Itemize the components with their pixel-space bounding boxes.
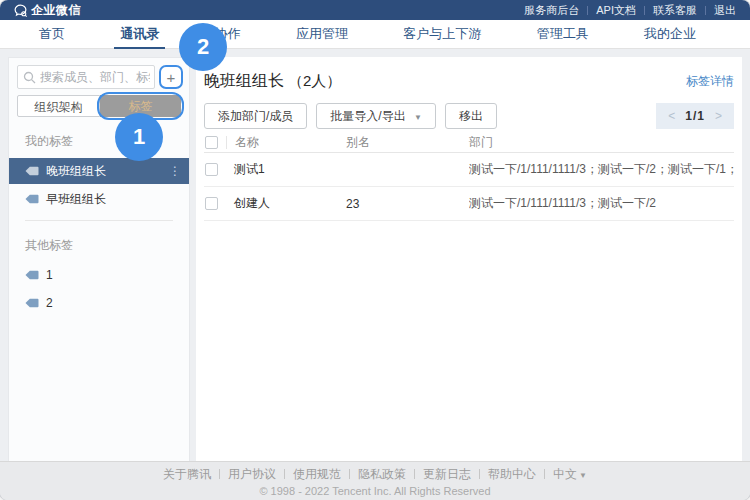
divider: [284, 469, 285, 479]
search-box: [17, 65, 155, 89]
divider: [705, 6, 706, 15]
add-tag-highlight: +: [159, 65, 183, 89]
footer-link-changelog[interactable]: 更新日志: [423, 466, 471, 483]
member-departments: 测试一下/1/111/1111/3；测试一下/2；测试一下/1；测...: [469, 161, 734, 178]
members-table: 名称 别名 部门 测试1 测试一下/1/111/1111/3；测试一下/2；测试…: [204, 133, 734, 221]
footer-link-help-center[interactable]: 帮助中心: [488, 466, 536, 483]
sidebar-item-tag-1[interactable]: 1: [9, 262, 189, 288]
app-window: 企业微信 服务商后台 API文档 联系客服 退出 首页 通讯录 协作 应用管理 …: [0, 0, 750, 500]
footer-link-privacy[interactable]: 隐私政策: [358, 466, 406, 483]
sidebar-item-morning-shift-leader[interactable]: 早班组组长: [9, 186, 189, 212]
tag-label: 晚班组组长: [46, 163, 106, 180]
tag-icon: [25, 194, 39, 204]
footer-link-usage-rules[interactable]: 使用规范: [293, 466, 341, 483]
link-service-provider[interactable]: 服务商后台: [524, 3, 579, 18]
footer-links: 关于腾讯 用户协议 使用规范 隐私政策 更新日志 帮助中心 中文▼: [163, 466, 587, 483]
add-dept-member-button[interactable]: 添加部门/成员: [204, 103, 307, 129]
row-checkbox[interactable]: [205, 197, 218, 210]
page-indicator: 1/1: [685, 109, 705, 123]
link-logout[interactable]: 退出: [714, 3, 736, 18]
tutorial-step-2-badge: 2: [179, 23, 227, 71]
member-alias: 23: [346, 197, 469, 211]
pagination: < 1/1 >: [656, 103, 734, 129]
column-header-name: 名称: [226, 136, 346, 149]
copyright-text: © 1998 - 2022 Tencent Inc. All Rights Re…: [259, 485, 490, 497]
prev-page-icon[interactable]: <: [668, 109, 675, 123]
tag-icon: [25, 298, 39, 308]
tag-label: 1: [46, 268, 53, 282]
member-count: （2人）: [288, 72, 341, 91]
divider: [479, 469, 480, 479]
page-title: 晚班组组长: [204, 71, 284, 92]
toggle-org-structure[interactable]: 组织架构: [17, 95, 100, 117]
toggle-tags-label: 标签: [129, 99, 153, 113]
chevron-down-icon: ▼: [414, 113, 422, 122]
more-options-icon[interactable]: ⋮: [169, 164, 181, 178]
page-footer: 关于腾讯 用户协议 使用规范 隐私政策 更新日志 帮助中心 中文▼ © 1998…: [0, 461, 750, 500]
tab-home[interactable]: 首页: [33, 20, 71, 49]
next-page-icon[interactable]: >: [715, 109, 722, 123]
divider: [219, 469, 220, 479]
batch-import-export-label: 批量导入/导出: [330, 109, 405, 123]
chevron-down-icon: ▼: [579, 471, 587, 480]
logo-text: 企业微信: [31, 2, 81, 19]
tag-detail-link[interactable]: 标签详情: [686, 73, 734, 90]
topbar-links: 服务商后台 API文档 联系客服 退出: [524, 3, 736, 18]
member-name: 创建人: [226, 195, 346, 212]
tag-detail-panel: 晚班组组长 （2人） 标签详情 添加部门/成员 批量导入/导出 ▼ 移出 < 1…: [196, 57, 742, 461]
divider: [544, 469, 545, 479]
divider: [414, 469, 415, 479]
page-body: + 组织架构 标签 我的标签 晚班组组长 ⋮: [0, 49, 750, 461]
divider: [587, 6, 588, 15]
search-input[interactable]: [17, 65, 155, 89]
select-all-checkbox[interactable]: [205, 136, 218, 149]
footer-language-selector[interactable]: 中文▼: [553, 466, 587, 483]
top-bar: 企业微信 服务商后台 API文档 联系客服 退出: [0, 0, 750, 20]
sidebar-view-toggle: 组织架构 标签: [17, 95, 181, 117]
table-row[interactable]: 测试1 测试一下/1/111/1111/3；测试一下/2；测试一下/1；测...: [204, 153, 734, 187]
sidebar-item-night-shift-leader[interactable]: 晚班组组长 ⋮: [9, 158, 189, 184]
wework-logo: 企业微信: [14, 2, 81, 19]
wework-logo-icon: [14, 4, 27, 17]
tag-icon: [25, 166, 39, 176]
tab-customers[interactable]: 客户与上下游: [397, 20, 487, 49]
tab-admin-tools[interactable]: 管理工具: [531, 20, 595, 49]
table-row[interactable]: 创建人 23 测试一下/1/111/1111/3；测试一下/2: [204, 187, 734, 221]
tag-label: 2: [46, 296, 53, 310]
link-api-docs[interactable]: API文档: [596, 3, 636, 18]
tag-label: 早班组组长: [46, 191, 106, 208]
column-header-dept: 部门: [469, 134, 734, 151]
divider: [349, 469, 350, 479]
footer-link-user-agreement[interactable]: 用户协议: [228, 466, 276, 483]
column-header-alias: 别名: [346, 134, 469, 151]
toolbar: 添加部门/成员 批量导入/导出 ▼ 移出 < 1/1 >: [204, 103, 734, 129]
tag-icon: [25, 270, 39, 280]
contacts-sidebar: + 组织架构 标签 我的标签 晚班组组长 ⋮: [8, 57, 190, 461]
link-contact-support[interactable]: 联系客服: [653, 3, 697, 18]
batch-import-export-button[interactable]: 批量导入/导出 ▼: [316, 103, 436, 129]
tutorial-step-1-badge: 1: [115, 113, 163, 161]
remove-button[interactable]: 移出: [445, 103, 497, 129]
sidebar-item-tag-2[interactable]: 2: [9, 290, 189, 316]
footer-language-label: 中文: [553, 467, 577, 481]
member-departments: 测试一下/1/111/1111/3；测试一下/2: [469, 195, 734, 212]
add-tag-button[interactable]: +: [167, 70, 176, 85]
main-nav: 首页 通讯录 协作 应用管理 客户与上下游 管理工具 我的企业: [0, 20, 750, 49]
tab-apps[interactable]: 应用管理: [290, 20, 354, 49]
tab-my-company[interactable]: 我的企业: [638, 20, 702, 49]
row-checkbox[interactable]: [205, 163, 218, 176]
divider: [644, 6, 645, 15]
footer-link-about[interactable]: 关于腾讯: [163, 466, 211, 483]
member-name: 测试1: [226, 161, 346, 178]
other-tags-header: 其他标签: [9, 221, 189, 262]
table-header: 名称 别名 部门: [204, 133, 734, 153]
search-icon: [23, 70, 36, 88]
tab-contacts[interactable]: 通讯录: [114, 20, 165, 49]
